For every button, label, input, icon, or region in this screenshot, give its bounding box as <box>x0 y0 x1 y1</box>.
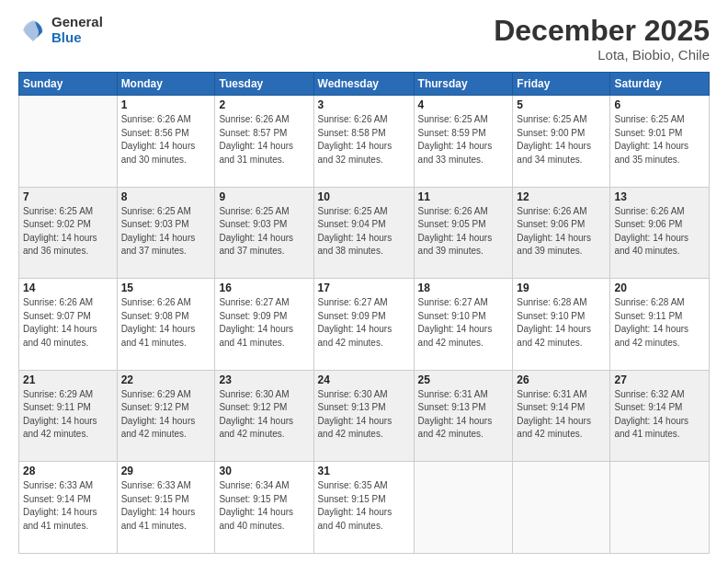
calendar-cell: 28Sunrise: 6:33 AM Sunset: 9:14 PM Dayli… <box>19 462 118 554</box>
day-info: Sunrise: 6:26 AM Sunset: 8:58 PM Dayligh… <box>318 113 410 167</box>
day-info: Sunrise: 6:27 AM Sunset: 9:09 PM Dayligh… <box>219 296 309 350</box>
calendar-cell: 5Sunrise: 6:25 AM Sunset: 9:00 PM Daylig… <box>513 96 610 188</box>
day-info: Sunrise: 6:26 AM Sunset: 8:56 PM Dayligh… <box>121 113 211 167</box>
calendar-cell <box>414 462 513 554</box>
day-info: Sunrise: 6:30 AM Sunset: 9:12 PM Dayligh… <box>219 388 309 442</box>
calendar-cell: 21Sunrise: 6:29 AM Sunset: 9:11 PM Dayli… <box>19 370 118 462</box>
day-info: Sunrise: 6:26 AM Sunset: 8:57 PM Dayligh… <box>219 113 309 167</box>
calendar-cell: 18Sunrise: 6:27 AM Sunset: 9:10 PM Dayli… <box>414 279 513 371</box>
day-info: Sunrise: 6:25 AM Sunset: 9:04 PM Dayligh… <box>318 205 410 259</box>
calendar-cell: 25Sunrise: 6:31 AM Sunset: 9:13 PM Dayli… <box>414 370 513 462</box>
day-number: 16 <box>219 282 309 294</box>
logo-icon <box>18 16 48 45</box>
day-number: 14 <box>23 282 113 294</box>
calendar-cell: 23Sunrise: 6:30 AM Sunset: 9:12 PM Dayli… <box>215 370 313 462</box>
calendar-cell: 6Sunrise: 6:25 AM Sunset: 9:01 PM Daylig… <box>610 96 710 188</box>
day-info: Sunrise: 6:26 AM Sunset: 9:08 PM Dayligh… <box>121 296 211 350</box>
calendar-cell: 12Sunrise: 6:26 AM Sunset: 9:06 PM Dayli… <box>513 187 610 279</box>
day-info: Sunrise: 6:25 AM Sunset: 9:03 PM Dayligh… <box>219 205 309 259</box>
calendar-cell: 15Sunrise: 6:26 AM Sunset: 9:08 PM Dayli… <box>117 279 215 371</box>
day-info: Sunrise: 6:32 AM Sunset: 9:14 PM Dayligh… <box>614 388 705 442</box>
calendar-cell: 17Sunrise: 6:27 AM Sunset: 9:09 PM Dayli… <box>313 279 414 371</box>
calendar-cell: 3Sunrise: 6:26 AM Sunset: 8:58 PM Daylig… <box>313 96 414 188</box>
calendar-week-row: 21Sunrise: 6:29 AM Sunset: 9:11 PM Dayli… <box>19 370 710 462</box>
day-number: 13 <box>614 190 705 203</box>
day-info: Sunrise: 6:26 AM Sunset: 9:05 PM Dayligh… <box>418 205 509 259</box>
day-number: 10 <box>318 190 410 203</box>
day-number: 12 <box>517 190 606 203</box>
logo-text: General Blue <box>51 15 103 45</box>
weekday-header-row: SundayMondayTuesdayWednesdayThursdayFrid… <box>19 73 710 96</box>
calendar-cell: 2Sunrise: 6:26 AM Sunset: 8:57 PM Daylig… <box>215 96 313 188</box>
day-info: Sunrise: 6:27 AM Sunset: 9:10 PM Dayligh… <box>418 296 509 350</box>
calendar-week-row: 7Sunrise: 6:25 AM Sunset: 9:02 PM Daylig… <box>19 187 710 279</box>
day-number: 4 <box>418 98 509 111</box>
day-number: 29 <box>121 465 211 477</box>
calendar-cell <box>610 462 710 554</box>
weekday-header: Sunday <box>19 73 118 96</box>
weekday-header: Wednesday <box>313 73 414 96</box>
day-info: Sunrise: 6:25 AM Sunset: 8:59 PM Dayligh… <box>418 113 509 167</box>
day-number: 11 <box>418 190 509 203</box>
day-number: 1 <box>121 98 211 111</box>
day-info: Sunrise: 6:33 AM Sunset: 9:15 PM Dayligh… <box>121 479 211 533</box>
weekday-header: Thursday <box>414 73 513 96</box>
weekday-header: Saturday <box>610 73 710 96</box>
calendar-cell: 13Sunrise: 6:26 AM Sunset: 9:06 PM Dayli… <box>610 187 710 279</box>
day-info: Sunrise: 6:25 AM Sunset: 9:01 PM Dayligh… <box>614 113 705 167</box>
day-number: 20 <box>614 282 705 294</box>
calendar-week-row: 1Sunrise: 6:26 AM Sunset: 8:56 PM Daylig… <box>19 96 710 188</box>
calendar-cell: 1Sunrise: 6:26 AM Sunset: 8:56 PM Daylig… <box>117 96 215 188</box>
calendar-cell: 30Sunrise: 6:34 AM Sunset: 9:15 PM Dayli… <box>215 462 313 554</box>
calendar-cell: 14Sunrise: 6:26 AM Sunset: 9:07 PM Dayli… <box>19 279 118 371</box>
day-info: Sunrise: 6:25 AM Sunset: 9:03 PM Dayligh… <box>121 205 211 259</box>
logo: General Blue <box>18 15 103 45</box>
logo-general: General <box>51 15 103 30</box>
day-number: 9 <box>219 190 309 203</box>
day-info: Sunrise: 6:25 AM Sunset: 9:02 PM Dayligh… <box>23 205 113 259</box>
day-number: 23 <box>219 373 309 386</box>
calendar-cell: 10Sunrise: 6:25 AM Sunset: 9:04 PM Dayli… <box>313 187 414 279</box>
calendar-cell: 31Sunrise: 6:35 AM Sunset: 9:15 PM Dayli… <box>313 462 414 554</box>
title-block: December 2025 Lota, Biobio, Chile <box>494 15 710 63</box>
day-number: 21 <box>23 373 113 386</box>
calendar-cell: 8Sunrise: 6:25 AM Sunset: 9:03 PM Daylig… <box>117 187 215 279</box>
day-info: Sunrise: 6:27 AM Sunset: 9:09 PM Dayligh… <box>318 296 410 350</box>
day-number: 27 <box>614 373 705 386</box>
day-number: 26 <box>517 373 606 386</box>
day-number: 22 <box>121 373 211 386</box>
day-info: Sunrise: 6:33 AM Sunset: 9:14 PM Dayligh… <box>23 479 113 533</box>
header: General Blue December 2025 Lota, Biobio,… <box>18 15 710 63</box>
calendar-cell <box>19 96 118 188</box>
day-number: 15 <box>121 282 211 294</box>
day-number: 31 <box>318 465 410 477</box>
day-number: 25 <box>418 373 509 386</box>
day-info: Sunrise: 6:28 AM Sunset: 9:10 PM Dayligh… <box>517 296 606 350</box>
calendar-cell: 26Sunrise: 6:31 AM Sunset: 9:14 PM Dayli… <box>513 370 610 462</box>
calendar-cell: 4Sunrise: 6:25 AM Sunset: 8:59 PM Daylig… <box>414 96 513 188</box>
day-info: Sunrise: 6:25 AM Sunset: 9:00 PM Dayligh… <box>517 113 606 167</box>
day-info: Sunrise: 6:34 AM Sunset: 9:15 PM Dayligh… <box>219 479 309 533</box>
calendar-subtitle: Lota, Biobio, Chile <box>494 47 710 63</box>
weekday-header: Friday <box>513 73 610 96</box>
calendar-cell: 7Sunrise: 6:25 AM Sunset: 9:02 PM Daylig… <box>19 187 118 279</box>
calendar-cell: 9Sunrise: 6:25 AM Sunset: 9:03 PM Daylig… <box>215 187 313 279</box>
weekday-header: Monday <box>117 73 215 96</box>
page: General Blue December 2025 Lota, Biobio,… <box>0 0 728 563</box>
calendar-cell: 16Sunrise: 6:27 AM Sunset: 9:09 PM Dayli… <box>215 279 313 371</box>
day-info: Sunrise: 6:30 AM Sunset: 9:13 PM Dayligh… <box>318 388 410 442</box>
logo-blue: Blue <box>51 30 103 46</box>
day-number: 8 <box>121 190 211 203</box>
day-number: 6 <box>614 98 705 111</box>
day-number: 2 <box>219 98 309 111</box>
day-info: Sunrise: 6:26 AM Sunset: 9:07 PM Dayligh… <box>23 296 113 350</box>
day-info: Sunrise: 6:35 AM Sunset: 9:15 PM Dayligh… <box>318 479 410 533</box>
calendar-cell: 29Sunrise: 6:33 AM Sunset: 9:15 PM Dayli… <box>117 462 215 554</box>
day-info: Sunrise: 6:26 AM Sunset: 9:06 PM Dayligh… <box>614 205 705 259</box>
day-number: 18 <box>418 282 509 294</box>
day-info: Sunrise: 6:28 AM Sunset: 9:11 PM Dayligh… <box>614 296 705 350</box>
day-number: 30 <box>219 465 309 477</box>
calendar-cell: 22Sunrise: 6:29 AM Sunset: 9:12 PM Dayli… <box>117 370 215 462</box>
day-info: Sunrise: 6:26 AM Sunset: 9:06 PM Dayligh… <box>517 205 606 259</box>
day-number: 17 <box>318 282 410 294</box>
